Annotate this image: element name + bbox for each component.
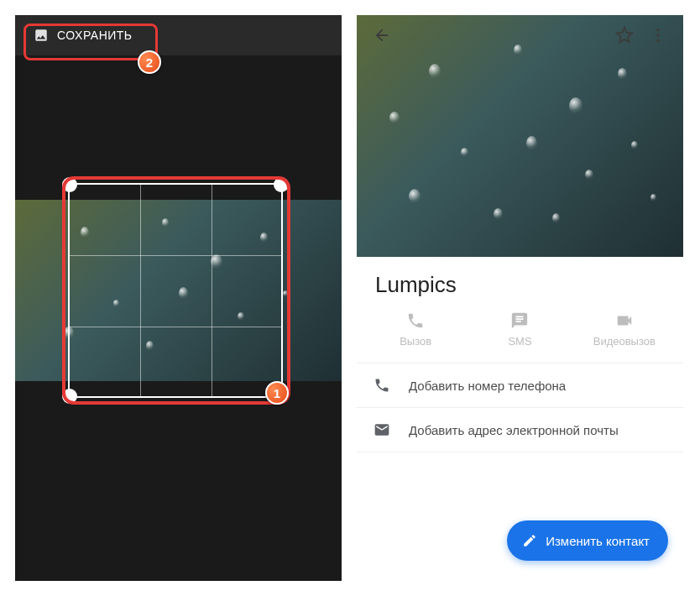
callout-badge-1: 1 xyxy=(265,381,289,405)
crop-frame[interactable] xyxy=(68,183,283,398)
crop-canvas xyxy=(15,183,342,398)
star-outline-icon xyxy=(615,26,634,44)
message-icon xyxy=(510,311,529,330)
edit-contact-label: Изменить контакт xyxy=(546,534,650,548)
action-sms-label: SMS xyxy=(508,335,531,348)
action-row: Вызов SMS Видеовызов xyxy=(357,306,683,363)
add-phone-item[interactable]: Добавить номер телефона xyxy=(357,363,683,407)
edit-contact-fab[interactable]: Изменить контакт xyxy=(507,520,668,561)
arrow-back-icon xyxy=(373,26,391,44)
crop-handle-top-right[interactable] xyxy=(274,177,289,192)
crop-toolbar: СОХРАНИТЬ xyxy=(15,15,342,55)
favorite-button[interactable] xyxy=(608,18,641,52)
crop-editor-screen: СОХРАНИТЬ 2 1 xyxy=(15,15,342,581)
more-vert-icon xyxy=(649,26,667,44)
svg-point-2 xyxy=(656,39,660,43)
svg-point-0 xyxy=(656,29,660,32)
contact-hero-photo xyxy=(357,15,683,257)
email-icon xyxy=(374,421,390,438)
svg-point-1 xyxy=(656,34,660,37)
action-call-label: Вызов xyxy=(400,335,431,348)
save-label: СОХРАНИТЬ xyxy=(57,29,133,42)
crop-handle-top-left[interactable] xyxy=(62,177,77,192)
add-phone-label: Добавить номер телефона xyxy=(409,379,566,393)
videocam-icon xyxy=(615,311,634,330)
image-icon xyxy=(34,28,49,43)
callout-badge-2: 2 xyxy=(138,50,161,74)
back-button[interactable] xyxy=(365,18,399,52)
action-sms[interactable]: SMS xyxy=(473,311,566,348)
contact-name: Lumpics xyxy=(357,257,683,306)
more-button[interactable] xyxy=(641,18,675,52)
contact-detail-screen: Lumpics Вызов SMS Видеовызов Добавить но… xyxy=(357,15,683,581)
phone-icon xyxy=(374,377,390,394)
divider xyxy=(357,452,683,452)
add-email-label: Добавить адрес электронной почты xyxy=(409,423,619,437)
hero-toolbar xyxy=(357,15,683,55)
add-email-item[interactable]: Добавить адрес электронной почты xyxy=(357,408,683,452)
phone-icon xyxy=(406,311,425,330)
action-call[interactable]: Вызов xyxy=(369,311,462,348)
crop-handle-bottom-left[interactable] xyxy=(62,389,77,404)
edit-icon xyxy=(522,533,537,548)
action-video-label: Видеовызов xyxy=(593,335,656,348)
action-video[interactable]: Видеовызов xyxy=(578,311,671,348)
save-button[interactable]: СОХРАНИТЬ xyxy=(25,23,141,48)
